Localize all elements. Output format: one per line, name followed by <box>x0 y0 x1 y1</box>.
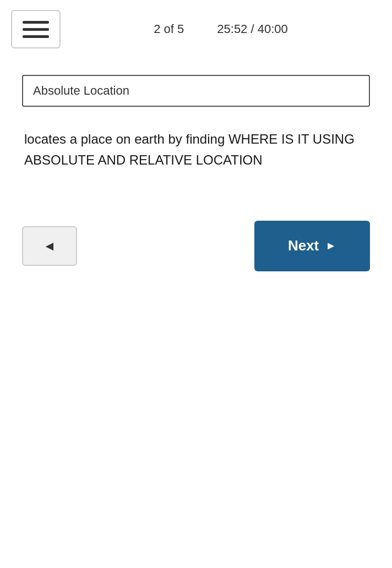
next-label: Next <box>288 237 319 254</box>
header-center: 2 of 5 25:52 / 40:00 <box>61 22 381 36</box>
header: 2 of 5 25:52 / 40:00 <box>0 0 392 58</box>
menu-icon-line3 <box>23 35 49 38</box>
main-content: Absolute Location locates a place on ear… <box>0 58 392 193</box>
progress-indicator: 2 of 5 <box>154 22 184 36</box>
time-indicator: 25:52 / 40:00 <box>217 22 287 36</box>
card-body: locates a place on earth by finding WHER… <box>22 123 370 177</box>
menu-button[interactable] <box>11 10 61 48</box>
card-title: Absolute Location <box>33 84 129 97</box>
nav-buttons: ◄ Next ► <box>0 204 392 288</box>
back-icon: ◄ <box>43 238 56 254</box>
back-button[interactable]: ◄ <box>22 226 77 266</box>
next-icon: ► <box>325 239 336 252</box>
menu-icon-line1 <box>23 21 49 24</box>
next-button[interactable]: Next ► <box>254 221 370 271</box>
card-title-box: Absolute Location <box>22 75 370 107</box>
menu-icon-line2 <box>23 28 49 31</box>
